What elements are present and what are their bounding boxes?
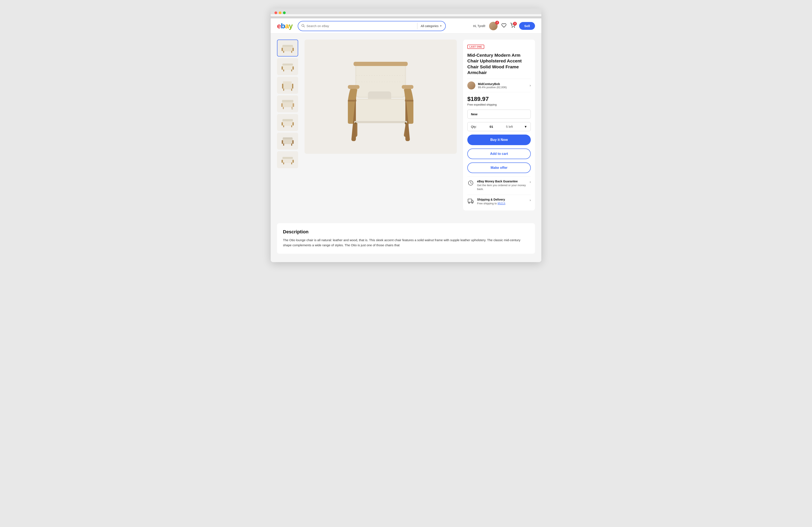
svg-rect-44 [283, 162, 284, 164]
seller-name: MidCenturyBob [478, 82, 527, 86]
svg-rect-42 [281, 160, 283, 163]
seller-chevron-icon[interactable]: › [530, 84, 531, 87]
heart-icon [502, 24, 506, 29]
description-title: Description [283, 229, 529, 234]
thumbnail-3[interactable] [277, 77, 298, 94]
last-one-badge: LAST ONE [467, 45, 484, 49]
shipping-zip-link[interactable]: 95213 [497, 202, 505, 205]
svg-rect-39 [291, 143, 292, 146]
guarantee-title: eBay Money Back Guarantee [477, 180, 527, 183]
svg-point-64 [472, 202, 473, 203]
guarantee-row[interactable]: eBay Money Back Guarantee Get the item y… [467, 176, 531, 191]
browser-dot-red[interactable] [274, 11, 277, 14]
svg-rect-62 [468, 199, 472, 202]
avatar-wrap[interactable]: 2 [489, 22, 497, 30]
svg-rect-55 [348, 100, 356, 102]
guarantee-desc: Get the item you ordered or your money b… [477, 183, 527, 191]
svg-rect-23 [281, 103, 283, 107]
svg-rect-56 [405, 100, 414, 102]
svg-rect-38 [283, 143, 284, 146]
chevron-down-icon: ▼ [440, 25, 442, 27]
buy-now-button[interactable]: Buy it Now [467, 134, 531, 145]
svg-rect-53 [353, 62, 408, 66]
svg-rect-41 [282, 157, 293, 159]
shipping-chevron-icon[interactable]: › [530, 198, 531, 202]
svg-rect-11 [282, 63, 293, 66]
thumbnail-5[interactable] [277, 114, 298, 131]
add-to-cart-button[interactable]: Add to cart [467, 148, 531, 159]
categories-label: All categories [421, 24, 438, 28]
svg-rect-32 [283, 125, 284, 127]
svg-point-60 [405, 122, 406, 124]
thumbnail-4[interactable] [277, 96, 298, 112]
wishlist-wrap[interactable] [502, 23, 506, 29]
thumbnail-6[interactable] [277, 133, 298, 149]
logo-y: y [289, 22, 293, 30]
guarantee-chevron-icon[interactable]: › [530, 180, 531, 184]
seller-row[interactable]: MidCenturyBob 99.4% positive (62,006) › [467, 79, 531, 92]
svg-rect-7 [292, 47, 294, 51]
svg-line-1 [304, 26, 304, 27]
search-bar-inner [298, 24, 417, 28]
main-product-image[interactable] [304, 40, 457, 154]
svg-rect-28 [282, 120, 293, 126]
price-section: $189.97 Free expedited shipping [467, 96, 531, 106]
qty-label: Qty: [471, 125, 477, 128]
qty-left: 5 left [506, 125, 513, 128]
svg-rect-25 [283, 107, 284, 109]
svg-point-27 [291, 108, 293, 110]
nav-greeting: Hi, Tyrell! [473, 24, 485, 28]
search-bar: All categories ▼ [298, 21, 446, 31]
qty-row[interactable]: Qty: 01 5 left ▼ [467, 122, 531, 131]
thumbnail-7[interactable] [277, 151, 298, 168]
thumbnail-1[interactable] [277, 40, 298, 56]
shipping-info: Free expedited shipping [467, 103, 531, 106]
svg-rect-33 [291, 125, 292, 127]
navbar: ebay All categories ▼ Hi, Tyrell! 2 [271, 18, 541, 34]
seller-info: MidCenturyBob 99.4% positive (62,006) [478, 82, 527, 89]
browser-dot-green[interactable] [283, 11, 286, 14]
qty-chevron-icon: ▼ [524, 125, 527, 128]
chair-illustration [312, 45, 449, 148]
svg-rect-51 [348, 85, 360, 89]
browser-dot-yellow[interactable] [279, 11, 281, 14]
logo-a: a [285, 22, 289, 30]
svg-rect-16 [283, 81, 292, 89]
svg-rect-29 [282, 119, 293, 121]
svg-rect-35 [283, 137, 292, 139]
shipping-title: Shipping & Delivery [477, 198, 527, 201]
categories-dropdown[interactable]: All categories ▼ [417, 24, 445, 28]
svg-rect-50 [355, 100, 406, 121]
description-text: The Otio lounge chair is all natural: le… [283, 238, 529, 248]
logo-e: e [277, 22, 281, 30]
cart-wrap[interactable]: 3 [510, 23, 515, 29]
thumbnail-2[interactable] [277, 58, 298, 75]
browser-chrome [271, 9, 541, 14]
svg-point-2 [512, 27, 512, 28]
svg-rect-30 [281, 122, 283, 125]
svg-rect-22 [282, 100, 293, 102]
logo-b: b [281, 22, 285, 30]
sell-button[interactable]: Sell [519, 22, 535, 30]
seller-avatar [467, 82, 475, 89]
search-icon [301, 24, 305, 28]
svg-rect-19 [283, 88, 284, 91]
shipping-icon [467, 198, 474, 204]
condition-box[interactable]: New [467, 110, 531, 119]
svg-rect-12 [281, 66, 283, 69]
svg-rect-36 [282, 140, 283, 144]
nav-right: Hi, Tyrell! 2 3 Sell [473, 22, 535, 30]
make-offer-button[interactable]: Make offer [467, 162, 531, 173]
svg-rect-6 [281, 47, 283, 51]
ebay-logo[interactable]: ebay [277, 22, 293, 30]
svg-rect-24 [293, 103, 294, 107]
shipping-desc: Free shipping to 95213. [477, 202, 527, 205]
svg-rect-17 [282, 84, 283, 88]
search-input[interactable] [307, 24, 414, 28]
qty-dropdown[interactable]: ▼ [524, 125, 527, 128]
shipping-row[interactable]: Shipping & Delivery Free shipping to 952… [467, 195, 531, 205]
svg-rect-43 [292, 160, 294, 163]
description-section: Description The Otio lounge chair is all… [277, 223, 535, 254]
product-price: $189.97 [467, 96, 531, 102]
svg-rect-21 [282, 102, 293, 107]
